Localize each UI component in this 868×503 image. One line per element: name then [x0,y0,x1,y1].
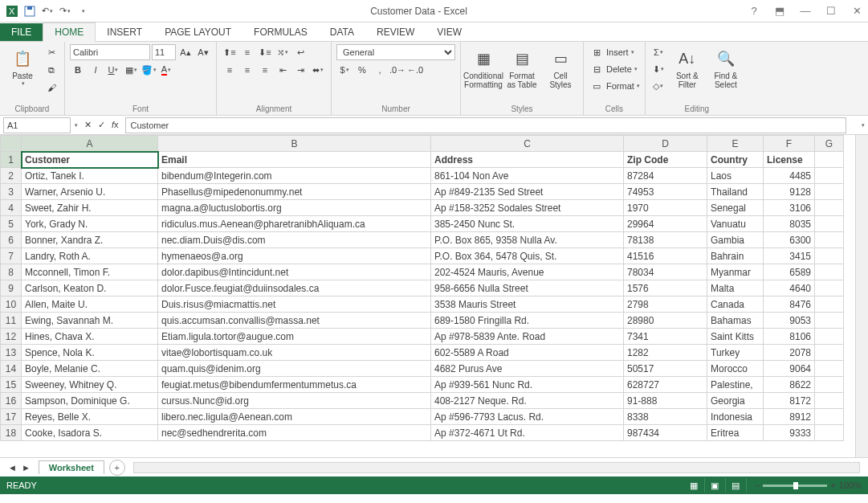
cell[interactable]: 78138 [624,232,707,248]
zoom-in-icon[interactable]: + [830,481,835,490]
save-icon[interactable] [21,2,39,20]
tab-page-layout[interactable]: PAGE LAYOUT [153,23,242,41]
row-header[interactable]: 7 [1,248,22,264]
cell[interactable]: quam.quis@idenim.org [158,361,431,377]
cell[interactable]: ridiculus.mus.Aenean@pharetranibhAliquam… [158,216,431,232]
copy-icon[interactable]: ⧉ [43,62,59,78]
orientation-icon[interactable]: ⤭▾ [275,44,291,60]
cell[interactable]: 4682 Purus Ave [431,361,624,377]
cell[interactable]: 958-6656 Nulla Street [431,280,624,296]
cell[interactable] [815,329,844,345]
border-icon[interactable]: ▦▾ [123,62,139,78]
cell[interactable]: 9128 [764,184,815,200]
row-header[interactable]: 14 [1,361,22,377]
cell[interactable]: Ap #849-2135 Sed Street [431,184,624,200]
row-header[interactable]: 15 [1,377,22,393]
cell[interactable]: nec@sedhendrerita.com [158,425,431,441]
cell[interactable] [815,345,844,361]
cell[interactable]: Vanuatu [707,216,764,232]
redo-icon[interactable]: ↷▾ [56,2,74,20]
row-header[interactable]: 9 [1,280,22,296]
cell[interactable]: 8172 [764,393,815,409]
row-header[interactable]: 8 [1,264,22,280]
format-cells-icon[interactable]: ▭ [589,78,605,94]
cell[interactable]: Sweeney, Whitney Q. [22,377,158,393]
font-size-input[interactable] [152,44,176,60]
align-bottom-icon[interactable]: ⬇≡ [257,44,273,60]
cell[interactable]: vitae@lobortisquam.co.uk [158,345,431,361]
cell[interactable]: 628727 [624,377,707,393]
cell[interactable]: cursus.Nunc@id.org [158,393,431,409]
cell[interactable]: Ortiz, Tanek I. [22,168,158,184]
cell[interactable]: Ap #158-3252 Sodales Street [431,200,624,216]
cell[interactable]: Ap #939-561 Nunc Rd. [431,377,624,393]
cell[interactable]: dolor.dapibus@Intincidunt.net [158,264,431,280]
cell[interactable]: Ap #372-4671 Ut Rd. [431,425,624,441]
cell[interactable]: 9053 [764,313,815,329]
sheet-nav-next-icon[interactable]: ► [22,463,31,472]
cell[interactable]: Eritrea [707,425,764,441]
tab-data[interactable]: DATA [319,23,365,41]
cell[interactable]: Email [158,152,431,168]
clear-icon[interactable]: ◇▾ [650,78,666,94]
cell[interactable]: bibendum@Integerin.com [158,168,431,184]
cell[interactable] [815,232,844,248]
cell[interactable]: 41516 [624,248,707,264]
bold-icon[interactable]: B [70,62,86,78]
row-header[interactable]: 3 [1,184,22,200]
cell[interactable]: 28980 [624,313,707,329]
cell[interactable]: Myanmar [707,264,764,280]
cell[interactable]: 3106 [764,200,815,216]
fill-color-icon[interactable]: 🪣▾ [141,62,157,78]
cell[interactable]: Saint Kitts [707,329,764,345]
cell[interactable]: License [764,152,815,168]
tab-file[interactable]: FILE [0,23,43,41]
row-header[interactable]: 18 [1,425,22,441]
zoom-out-icon[interactable]: − [755,481,760,490]
cell[interactable]: Sampson, Dominique G. [22,393,158,409]
cell[interactable]: nec.diam.Duis@dis.com [158,232,431,248]
cell[interactable]: Mcconnell, Timon F. [22,264,158,280]
cell[interactable]: 408-2127 Neque. Rd. [431,393,624,409]
cell[interactable]: 4640 [764,280,815,296]
cell[interactable]: 4485 [764,168,815,184]
cell[interactable]: Carlson, Keaton D. [22,280,158,296]
cell[interactable]: Bahrain [707,248,764,264]
cell[interactable]: 202-4524 Mauris, Avenue [431,264,624,280]
cell[interactable]: P.O. Box 364, 5478 Quis, St. [431,248,624,264]
cell[interactable]: Etiam.ligula.tortor@augue.com [158,329,431,345]
percent-icon[interactable]: % [354,62,370,78]
zoom-control[interactable]: − + 100% [755,481,862,490]
new-sheet-icon[interactable]: + [109,460,125,476]
number-format-select[interactable]: General [336,44,455,60]
qat-customize-icon[interactable]: ▾ [74,2,92,20]
vertical-scrollbar[interactable] [855,135,868,457]
cell[interactable]: 1576 [624,280,707,296]
cell[interactable]: Reyes, Belle X. [22,409,158,425]
cell[interactable] [815,425,844,441]
worksheet-grid[interactable]: ABCDEFG1CustomerEmailAddressZip CodeCoun… [0,135,868,457]
cell[interactable] [815,361,844,377]
cell[interactable]: libero.nec.ligula@Aenean.com [158,409,431,425]
currency-icon[interactable]: $▾ [336,62,352,78]
row-header[interactable]: 6 [1,232,22,248]
cell[interactable]: 8106 [764,329,815,345]
underline-icon[interactable]: U▾ [105,62,121,78]
autosum-icon[interactable]: Σ▾ [650,44,666,60]
cell[interactable]: 8476 [764,296,815,313]
tab-view[interactable]: VIEW [426,23,473,41]
cell[interactable] [815,200,844,216]
name-box[interactable] [3,117,71,133]
cell[interactable] [815,280,844,296]
cell[interactable]: Ap #978-5839 Ante. Road [431,329,624,345]
increase-indent-icon[interactable]: ⇥ [292,62,308,78]
row-header[interactable]: 4 [1,200,22,216]
cell[interactable]: 9064 [764,361,815,377]
cell[interactable]: Address [431,152,624,168]
cell[interactable]: Thailand [707,184,764,200]
increase-font-icon[interactable]: A▴ [177,44,194,60]
tab-insert[interactable]: INSERT [96,23,153,41]
cell[interactable] [815,184,844,200]
tab-formulas[interactable]: FORMULAS [242,23,319,41]
cell[interactable]: Laos [707,168,764,184]
